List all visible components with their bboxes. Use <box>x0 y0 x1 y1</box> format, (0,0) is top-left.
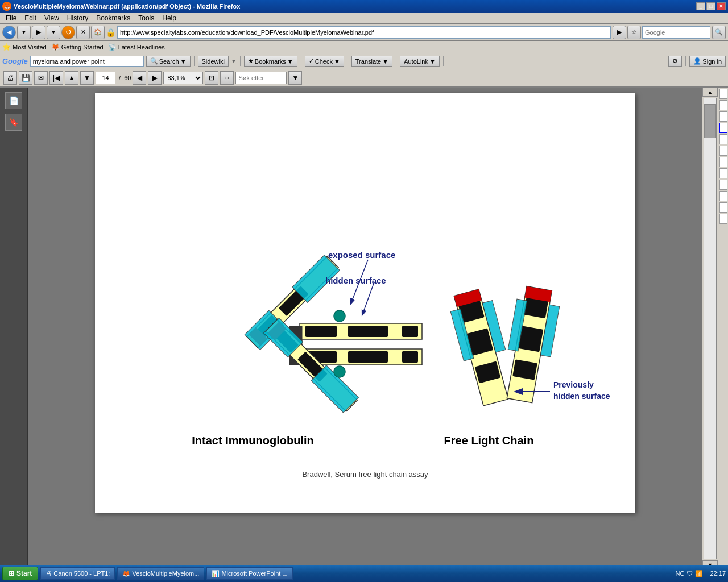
star-button[interactable]: ☆ <box>627 26 641 39</box>
taskbar: ⊞ Start 🖨 Canon 5500 - LPT1: 🦊 VescioMul… <box>0 565 728 582</box>
thumbnail-11[interactable] <box>719 202 727 213</box>
check-button[interactable]: ✓ Check ▼ <box>305 56 344 67</box>
close-button[interactable]: ✕ <box>717 2 726 10</box>
menu-bookmarks[interactable]: Bookmarks <box>93 14 134 23</box>
norton-icon: 🛡 <box>686 570 693 577</box>
thumbnail-10[interactable] <box>719 191 727 201</box>
scroll-up-button[interactable]: ▲ <box>702 88 718 97</box>
fit-page-button[interactable]: ⊡ <box>205 71 218 85</box>
back-history-button[interactable]: ▼ <box>17 26 31 39</box>
pdf-sidebar: 📄 🔖 <box>0 88 28 569</box>
svg-rect-6 <box>348 351 388 363</box>
menu-help[interactable]: Help <box>159 14 180 23</box>
exposed-surface-label: exposed surface <box>328 250 395 260</box>
menu-file[interactable]: File <box>2 14 20 23</box>
thumbnail-1[interactable] <box>719 89 727 99</box>
settings-button[interactable]: ⚙ <box>668 56 682 67</box>
menu-view[interactable]: View <box>41 14 63 23</box>
menu-bar: File Edit View History Bookmarks Tools H… <box>0 13 728 24</box>
taskbar-item-canon[interactable]: 🖨 Canon 5500 - LPT1: <box>40 567 115 580</box>
taskbar-right: NC 🛡 📶 22:17 <box>672 570 726 577</box>
sidebar-bookmarks-icon[interactable]: 🔖 <box>5 114 22 131</box>
email-button[interactable]: ✉ <box>34 71 48 85</box>
main-area: 📄 🔖 <box>0 88 728 569</box>
window-controls[interactable]: _ □ ✕ <box>696 2 726 10</box>
immunoglobulin-diagram: exposed surface hidden surface <box>123 127 607 423</box>
menu-tools[interactable]: Tools <box>135 14 158 23</box>
bookmarks-button[interactable]: ★ Bookmarks ▼ <box>244 56 297 67</box>
pdf-search-btn[interactable]: ▼ <box>288 71 302 85</box>
nav-bar: ◀ ▼ ▶ ▼ ↺ ✕ 🏠 🔒 ▶ ☆ 🔍 <box>0 24 728 41</box>
svg-point-21 <box>334 310 345 322</box>
printer-taskbar-icon: 🖨 <box>46 570 52 577</box>
minimize-button[interactable]: _ <box>696 2 705 10</box>
intact-immunoglobulin-label: Intact Immunoglobulin <box>130 434 353 447</box>
page-number-input[interactable]: 14 <box>96 72 115 84</box>
google-logo: Google <box>2 57 28 65</box>
most-visited-label: Most Visited <box>13 44 47 51</box>
scrollbar-track[interactable] <box>704 98 717 559</box>
next-page-button[interactable]: ▼ <box>80 71 94 85</box>
search-bar: 🔍 <box>642 26 726 39</box>
translate-button[interactable]: Translate ▼ <box>351 56 392 67</box>
print-button[interactable]: 🖨 <box>3 71 17 85</box>
go-button[interactable]: ▶ <box>613 26 626 39</box>
thumbnail-9[interactable] <box>719 180 727 190</box>
forward-button[interactable]: ▶ <box>32 26 46 39</box>
prev-page-button[interactable]: ▲ <box>65 71 78 85</box>
thumbnail-7[interactable] <box>719 157 727 167</box>
sidewiki-button[interactable]: Sidewiki <box>198 56 229 67</box>
menu-history[interactable]: History <box>64 14 92 23</box>
sign-in-button[interactable]: 👤 Sign in <box>689 56 726 67</box>
star-bookmark-icon: ⭐ <box>2 43 11 51</box>
bookmarks-star-icon: ★ <box>248 57 254 65</box>
home-button[interactable]: 🏠 <box>91 26 105 39</box>
thumbnail-5[interactable] <box>719 134 727 144</box>
check-icon: ✓ <box>309 57 314 65</box>
firefox-bookmark-icon: 🦊 <box>51 43 60 51</box>
thumbnail-4[interactable] <box>719 123 727 133</box>
thumbnail-3[interactable] <box>719 111 727 122</box>
stop-button[interactable]: ✕ <box>76 26 90 39</box>
google-search-input[interactable] <box>30 56 144 67</box>
url-bar-container: 🔒 ▶ <box>106 26 626 39</box>
search-icon: 🔍 <box>150 57 158 65</box>
maximize-button[interactable]: □ <box>706 2 715 10</box>
back-button[interactable]: ◀ <box>2 26 16 39</box>
ppt-taskbar-icon: 📊 <box>212 570 220 577</box>
toolbar-separator-2 <box>240 56 241 66</box>
toolbar-separator-1 <box>194 56 195 66</box>
menu-edit[interactable]: Edit <box>21 14 40 23</box>
latest-headlines-label: Latest Headlines <box>118 44 165 51</box>
google-search-button[interactable]: 🔍 Search ▼ <box>146 56 191 67</box>
prev-view-button[interactable]: ◀ <box>133 71 146 85</box>
thumbnail-6[interactable] <box>719 146 727 156</box>
forward-history-button[interactable]: ▼ <box>47 26 60 39</box>
getting-started-bookmark[interactable]: 🦊 Getting Started <box>51 43 104 51</box>
reload-button[interactable]: ↺ <box>61 26 75 39</box>
taskbar-item-firefox[interactable]: 🦊 VescioMultipleMyelom... <box>117 567 204 580</box>
start-button[interactable]: ⊞ Start <box>2 567 38 580</box>
thumbnail-12[interactable] <box>719 214 727 224</box>
url-input[interactable] <box>117 26 611 39</box>
latest-headlines-bookmark[interactable]: 📡 Latest Headlines <box>108 43 165 51</box>
clock: 22:17 <box>710 570 726 577</box>
next-view-button[interactable]: ▶ <box>148 71 162 85</box>
free-light-chain-label: Free Light Chain <box>378 434 601 447</box>
scrollbar-thumb[interactable] <box>704 104 716 138</box>
browser-search-button[interactable]: 🔍 <box>712 26 726 39</box>
getting-started-label: Getting Started <box>61 44 104 51</box>
thumbnail-8[interactable] <box>719 168 727 178</box>
save-button[interactable]: 💾 <box>19 71 32 85</box>
pdf-search-input[interactable] <box>235 72 287 84</box>
first-page-button[interactable]: |◀ <box>49 71 63 85</box>
taskbar-item-powerpoint[interactable]: 📊 Microsoft PowerPoint ... <box>206 567 292 580</box>
autolink-button[interactable]: AutoLink ▼ <box>400 56 440 67</box>
thumbnail-2[interactable] <box>719 100 727 110</box>
most-visited-bookmark[interactable]: ⭐ Most Visited <box>2 43 47 51</box>
browser-search-input[interactable] <box>642 26 710 39</box>
zoom-select[interactable]: 83,1% 50% 75% 100% 125% 150% <box>163 72 203 84</box>
sidebar-pages-icon[interactable]: 📄 <box>5 92 22 109</box>
bookmarks-bar: ⭐ Most Visited 🦊 Getting Started 📡 Lates… <box>0 41 728 53</box>
fit-width-button[interactable]: ↔ <box>220 71 234 85</box>
